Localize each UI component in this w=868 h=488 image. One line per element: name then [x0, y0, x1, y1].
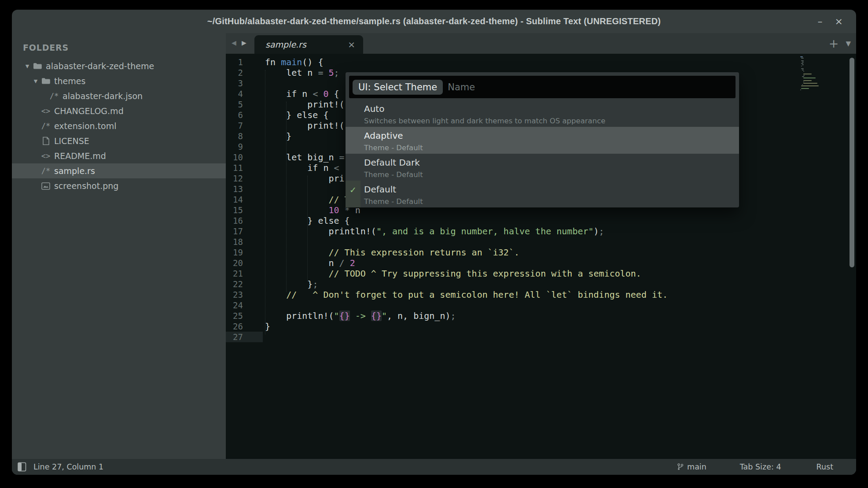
- code-line[interactable]: 26}: [226, 321, 856, 332]
- git-branch-status[interactable]: main: [677, 462, 706, 471]
- new-tab-icon[interactable]: +: [829, 37, 839, 49]
- line-number: 17: [226, 226, 243, 236]
- minimap-bar: [803, 83, 817, 84]
- line-number: 12: [226, 174, 243, 183]
- code-line[interactable]: 1fn main() {: [226, 57, 856, 67]
- tab-label: sample.rs: [265, 40, 348, 49]
- minimap-bar: [801, 58, 804, 59]
- tab-sample-rs[interactable]: sample.rs ×: [254, 35, 363, 54]
- palette-item-default-dark[interactable]: Default DarkTheme - Default: [346, 154, 739, 181]
- code-line[interactable]: 27: [226, 332, 856, 342]
- code-text: pri: [265, 173, 345, 184]
- window-title: ~/GitHub/alabaster-dark-zed-theme/sample…: [207, 16, 661, 26]
- minimize-icon[interactable]: –: [818, 17, 823, 26]
- syntax-indicator[interactable]: Rust: [817, 462, 833, 471]
- git-branch-name: main: [687, 462, 706, 471]
- code-text: if n < 0 {: [265, 89, 339, 99]
- minimap-bar: [800, 56, 803, 57]
- sidebar-item-alabaster-dark-json[interactable]: /*alabaster-dark.json: [12, 89, 226, 104]
- minimap-bar: [803, 78, 816, 78]
- line-number: 8: [226, 131, 243, 141]
- titlebar[interactable]: ~/GitHub/alabaster-dark-zed-theme/sample…: [12, 10, 856, 33]
- code-line[interactable]: 21 // TODO ^ Try suppressing this expres…: [226, 268, 856, 279]
- sidebar-item-license[interactable]: LICENSE: [12, 133, 226, 148]
- scrollbar-thumb[interactable]: [850, 58, 854, 267]
- palette-input[interactable]: UI: Select Theme Name: [349, 76, 736, 98]
- close-icon[interactable]: ×: [835, 17, 843, 26]
- tab-nav-forward-icon[interactable]: ▶: [242, 39, 246, 46]
- code-line[interactable]: 19 // This expression returns an `i32`.: [226, 247, 856, 258]
- sidebar-item-themes[interactable]: ▼themes: [12, 74, 226, 89]
- code-line[interactable]: 23 // ^ Don't forget to put a semicolon …: [226, 289, 856, 300]
- folder-icon: [40, 78, 51, 85]
- sidebar-item-screenshot-png[interactable]: screenshot.png: [12, 178, 226, 193]
- sidebar-item-changelog-md[interactable]: <>CHANGELOG.md: [12, 104, 226, 118]
- sidebar-toggle-icon[interactable]: [18, 462, 26, 472]
- line-number: 14: [226, 195, 243, 204]
- sidebar-item-label: extension.toml: [54, 121, 117, 131]
- code-text: println!(", and is a big number, halve t…: [265, 226, 604, 237]
- code-text: } else {: [265, 110, 329, 120]
- minimap-bar: [803, 71, 804, 72]
- code-line[interactable]: 18: [226, 237, 856, 247]
- palette-item-adaptive[interactable]: AdaptiveTheme - Default: [346, 127, 739, 154]
- minimap-bar: [801, 60, 804, 61]
- line-number: 16: [226, 216, 243, 226]
- tab-nav-back-icon[interactable]: ◀: [232, 39, 236, 46]
- line-number: 3: [226, 78, 243, 88]
- palette-item-subtitle: Switches between light and dark themes t…: [364, 114, 739, 125]
- tab-close-icon[interactable]: ×: [348, 39, 355, 50]
- minimap-bar: [803, 75, 805, 76]
- file-tree: ▼alabaster-dark-zed-theme▼themes/*alabas…: [12, 59, 226, 193]
- code-text: };: [265, 279, 318, 289]
- palette-item-subtitle: Theme - Default: [364, 141, 739, 152]
- code-line[interactable]: 17 println!(", and is a big number, halv…: [226, 226, 856, 237]
- tab-overflow-icon[interactable]: ▼: [846, 40, 851, 48]
- code-line[interactable]: 16 } else {: [226, 215, 856, 226]
- sidebar-item-label: LICENSE: [54, 136, 89, 146]
- minimap-line: [800, 91, 837, 92]
- code-editor[interactable]: 1fn main() {2 let n = 5;34 if n < 0 {5 p…: [226, 54, 856, 459]
- editor-column: ◀ ▶ sample.rs × + ▼ 1fn m: [226, 33, 856, 459]
- sidebar-item-extension-toml[interactable]: /*extension.toml: [12, 118, 226, 133]
- line-number: 1: [226, 57, 243, 67]
- disclosure-triangle-icon[interactable]: ▼: [31, 78, 40, 84]
- line-number: 23: [226, 290, 243, 299]
- code-text: // TODO ^ Try suppressing this expressio…: [265, 268, 641, 279]
- cursor-position[interactable]: Line 27, Column 1: [33, 462, 103, 471]
- line-number: 27: [226, 332, 243, 342]
- window-controls: – ×: [818, 10, 843, 33]
- line-number: 2: [226, 68, 243, 78]
- palette-item-subtitle: Theme - Default: [364, 195, 739, 206]
- folders-header: FOLDERS: [23, 43, 226, 52]
- line-number: 15: [226, 205, 243, 215]
- code-text: }: [265, 131, 291, 141]
- sidebar-item-alabaster-dark-zed-theme[interactable]: ▼alabaster-dark-zed-theme: [12, 59, 226, 74]
- sidebar-item-sample-rs[interactable]: /*sample.rs: [12, 163, 226, 178]
- line-number: 7: [226, 121, 243, 130]
- sidebar-item-readme-md[interactable]: <>README.md: [12, 148, 226, 163]
- main-area: FOLDERS ▼alabaster-dark-zed-theme▼themes…: [12, 33, 856, 459]
- minimap-bar: [801, 63, 803, 64]
- line-number: 22: [226, 279, 243, 289]
- palette-item-auto[interactable]: AutoSwitches between light and dark them…: [346, 100, 739, 127]
- code-text: } else {: [265, 215, 350, 226]
- minimap-bar: [803, 81, 805, 82]
- statusbar-right: main Tab Size: 4 Rust: [677, 462, 833, 471]
- minimap-bar: [802, 84, 803, 85]
- code-line[interactable]: 20 n / 2: [226, 258, 856, 268]
- code-line[interactable]: 25 println!("{} -> {}", n, bign_n);: [226, 311, 856, 321]
- code-line[interactable]: 22 };: [226, 279, 856, 289]
- minimap-bar: [801, 66, 802, 67]
- code-line[interactable]: 24: [226, 300, 856, 311]
- code-text: print!(: [265, 120, 345, 131]
- code-text: // This expression returns an `i32`.: [265, 247, 519, 258]
- line-number: 21: [226, 269, 243, 278]
- palette-item-default[interactable]: ✓DefaultTheme - Default: [346, 181, 739, 207]
- minimap[interactable]: [800, 56, 837, 92]
- tabbar-controls: + ▼: [829, 33, 851, 54]
- tab-size-indicator[interactable]: Tab Size: 4: [740, 462, 781, 471]
- disclosure-triangle-icon[interactable]: ▼: [23, 63, 32, 69]
- line-number: 11: [226, 163, 243, 173]
- sidebar-item-label: alabaster-dark-zed-theme: [46, 61, 154, 71]
